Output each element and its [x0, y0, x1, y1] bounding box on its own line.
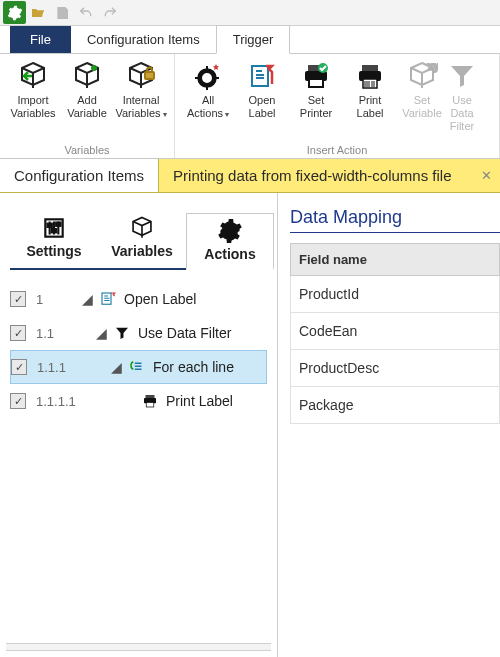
left-tab-actions[interactable]: Actions	[186, 213, 274, 270]
tab-trigger[interactable]: Trigger	[216, 25, 291, 54]
set-variable-button[interactable]: xy Set Variable	[397, 58, 447, 142]
svg-rect-27	[56, 223, 60, 226]
main-area: Settings Variables Actions 1 ◢ Open Labe…	[0, 193, 500, 657]
data-mapping-table: Field name ProductId CodeEan ProductDesc…	[290, 243, 500, 424]
gear-icon	[217, 218, 243, 244]
open-label-icon	[98, 290, 118, 308]
right-pane: Data Mapping Field name ProductId CodeEa…	[278, 193, 500, 657]
svg-rect-10	[309, 79, 323, 87]
svg-rect-0	[145, 72, 154, 79]
tree-num: 1.1	[36, 326, 78, 341]
filter-icon	[112, 324, 132, 342]
all-actions-label: All Actions▾	[187, 94, 229, 121]
checkbox-icon[interactable]	[11, 359, 27, 375]
left-tab-settings-label: Settings	[26, 243, 81, 259]
gear-star-icon	[192, 60, 224, 92]
set-printer-icon	[300, 60, 332, 92]
tree-row[interactable]: 1.1.1 ◢ For each line	[10, 350, 267, 384]
table-row[interactable]: CodeEan	[290, 313, 500, 350]
internal-variables-label: Internal Variables▾	[115, 94, 166, 121]
expander-icon[interactable]: ◢	[96, 325, 108, 341]
close-tab-icon[interactable]: ✕	[472, 168, 500, 183]
checkbox-icon[interactable]	[10, 325, 26, 341]
set-variable-icon: xy	[406, 60, 438, 92]
svg-text:xy: xy	[428, 61, 438, 72]
tree-row[interactable]: 1.1 ◢ Use Data Filter	[10, 316, 267, 350]
cube-import-icon	[17, 60, 49, 92]
set-printer-label: Set Printer	[300, 94, 332, 120]
open-icon[interactable]	[26, 2, 50, 24]
filter-icon	[446, 60, 478, 92]
svg-rect-12	[362, 65, 378, 71]
print-label-icon	[354, 60, 386, 92]
svg-rect-34	[146, 403, 154, 408]
set-printer-button[interactable]: Set Printer	[289, 58, 343, 142]
left-tab-variables-label: Variables	[111, 243, 173, 259]
left-tab-variables[interactable]: Variables	[98, 211, 186, 268]
app-menu-button[interactable]	[3, 1, 26, 24]
use-data-filter-label: Use Data Filter	[447, 94, 477, 133]
sliders-icon	[41, 215, 67, 241]
tree-label: Use Data Filter	[138, 325, 231, 341]
svg-point-1	[200, 71, 214, 85]
open-label-icon	[246, 60, 278, 92]
field-name-header[interactable]: Field name	[290, 243, 500, 276]
svg-rect-26	[52, 229, 56, 232]
cube-icon	[129, 215, 155, 241]
tree-row[interactable]: 1.1.1.1 ◢ Print Label	[10, 384, 267, 418]
left-pane: Settings Variables Actions 1 ◢ Open Labe…	[0, 193, 278, 657]
import-variables-label: Import Variables	[10, 94, 55, 120]
tree-num: 1.1.1	[37, 360, 79, 375]
cube-lock-icon	[125, 60, 157, 92]
checkbox-icon[interactable]	[10, 393, 26, 409]
svg-rect-32	[146, 395, 155, 398]
expander-icon[interactable]: ◢	[82, 291, 94, 307]
print-label-icon	[140, 392, 160, 410]
cube-plus-icon	[71, 60, 103, 92]
redo-icon[interactable]	[98, 2, 122, 24]
table-row[interactable]: Package	[290, 387, 500, 424]
print-label-label: Print Label	[357, 94, 384, 120]
svg-rect-25	[48, 224, 52, 227]
table-row[interactable]: ProductId	[290, 276, 500, 313]
checkbox-icon[interactable]	[10, 291, 26, 307]
open-label-label: Open Label	[249, 94, 276, 120]
document-tabs: Configuration Items Printing data from f…	[0, 159, 500, 193]
tree-num: 1.1.1.1	[36, 394, 78, 409]
actions-tree: 1 ◢ Open Label 1.1 ◢ Use Data Filter 1.1	[6, 280, 271, 420]
tree-label: For each line	[153, 359, 234, 375]
add-variable-label: Add Variable	[67, 94, 107, 120]
doc-tab-printing-data[interactable]: Printing data from fixed-width-columns f…	[159, 159, 472, 192]
tab-configuration-items[interactable]: Configuration Items	[71, 26, 216, 53]
left-tab-actions-label: Actions	[204, 246, 255, 262]
ribbon-group-variables-label: Variables	[6, 142, 168, 156]
ribbon-group-variables: Import Variables Add Variable Internal V…	[0, 54, 175, 158]
quick-access-toolbar	[0, 0, 500, 26]
tab-file[interactable]: File	[10, 26, 71, 53]
doc-tab-configuration-items[interactable]: Configuration Items	[0, 159, 159, 192]
internal-variables-button[interactable]: Internal Variables▾	[114, 58, 168, 142]
undo-icon[interactable]	[74, 2, 98, 24]
left-tab-settings[interactable]: Settings	[10, 211, 98, 268]
expander-icon[interactable]: ◢	[111, 359, 123, 375]
ribbon-tabs: File Configuration Items Trigger	[0, 26, 500, 54]
table-row[interactable]: ProductDesc	[290, 350, 500, 387]
tree-num: 1	[36, 292, 78, 307]
all-actions-button[interactable]: All Actions▾	[181, 58, 235, 142]
import-variables-button[interactable]: Import Variables	[6, 58, 60, 142]
add-variable-button[interactable]: Add Variable	[60, 58, 114, 142]
set-variable-label: Set Variable	[402, 94, 442, 120]
ribbon: Import Variables Add Variable Internal V…	[0, 54, 500, 159]
ribbon-group-insert-action: All Actions▾ Open Label Set Printer Prin…	[175, 54, 500, 158]
horizontal-splitter[interactable]	[6, 643, 271, 651]
tree-label: Print Label	[166, 393, 233, 409]
ribbon-group-insert-action-label: Insert Action	[181, 142, 493, 156]
use-data-filter-button[interactable]: Use Data Filter	[447, 58, 477, 142]
tree-row[interactable]: 1 ◢ Open Label	[10, 282, 267, 316]
save-icon[interactable]	[50, 2, 74, 24]
left-tabs: Settings Variables Actions	[10, 211, 267, 270]
print-label-button[interactable]: Print Label	[343, 58, 397, 142]
tree-label: Open Label	[124, 291, 196, 307]
foreach-icon	[127, 358, 147, 376]
open-label-button[interactable]: Open Label	[235, 58, 289, 142]
